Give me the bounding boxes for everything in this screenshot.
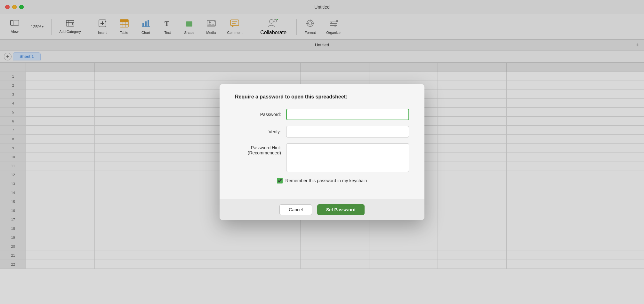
dialog-content: Require a password to open this spreadsh… <box>220 84 424 199</box>
dialog-title: Require a password to open this spreadsh… <box>235 94 409 100</box>
cancel-button[interactable]: Cancel <box>279 204 312 215</box>
dialog-overlay: Require a password to open this spreadsh… <box>0 0 644 304</box>
password-input[interactable] <box>286 109 409 120</box>
verify-row: Verify: <box>235 126 409 137</box>
hint-input[interactable] <box>286 143 409 172</box>
remember-checkbox-wrapper[interactable]: Remember this password in my keychain <box>277 178 367 183</box>
set-password-button[interactable]: Set Password <box>317 204 365 215</box>
dialog-footer: Cancel Set Password <box>220 199 424 220</box>
verify-label: Verify: <box>235 129 286 134</box>
password-dialog: Require a password to open this spreadsh… <box>220 84 424 220</box>
remember-label: Remember this password in my keychain <box>285 178 367 183</box>
hint-label-line2: (Recommended) <box>248 150 281 155</box>
verify-input[interactable] <box>286 126 409 137</box>
remember-row: Remember this password in my keychain <box>235 178 409 183</box>
hint-label: Password Hint: (Recommended) <box>235 143 286 155</box>
password-label: Password: <box>235 112 286 117</box>
remember-checkbox[interactable] <box>277 178 283 183</box>
password-row: Password: <box>235 109 409 120</box>
hint-row: Password Hint: (Recommended) <box>235 143 409 172</box>
hint-label-line1: Password Hint: <box>251 145 281 150</box>
